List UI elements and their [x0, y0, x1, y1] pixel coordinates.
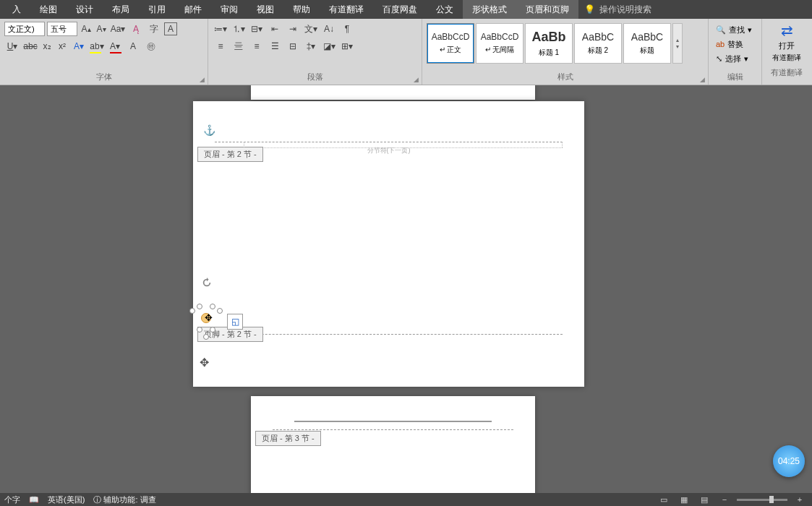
menu-baidu[interactable]: 百度网盘 — [373, 0, 427, 19]
menu-layout[interactable]: 布局 — [103, 0, 139, 19]
menu-gongwen[interactable]: 公文 — [427, 0, 463, 19]
bullets-button[interactable]: ≔▾ — [213, 22, 228, 36]
handle-s[interactable] — [203, 334, 209, 340]
underline-button[interactable]: U▾ — [4, 39, 20, 53]
line-spacing-button[interactable]: ‡▾ — [303, 39, 319, 53]
accessibility-status[interactable]: ⓘ 辅助功能: 调查 — [93, 494, 155, 505]
font-name-combo[interactable]: 文正文) — [4, 22, 45, 36]
clear-format-button[interactable]: Ą — [128, 22, 144, 36]
replace-icon: ab — [716, 40, 725, 48]
font-color-button[interactable]: A▾ — [107, 39, 123, 53]
menu-shape-format[interactable]: 形状格式 — [463, 0, 516, 19]
char-border-button[interactable]: A — [164, 22, 177, 35]
header-tag-3: 页眉 - 第 3 节 - — [255, 431, 321, 446]
select-button[interactable]: ⤡ 选择▾ — [716, 52, 752, 65]
show-marks-button[interactable]: ¶ — [339, 22, 355, 36]
spellcheck-icon[interactable]: 📖 — [29, 495, 39, 505]
menu-bar: 入 绘图 设计 布局 引用 邮件 审阅 视图 帮助 有道翻译 百度网盘 公文 形… — [0, 0, 812, 19]
menu-header-footer[interactable]: 页眉和页脚 — [516, 0, 578, 19]
enclose-char-button[interactable]: ㊕ — [143, 39, 159, 53]
superscript-button[interactable]: x² — [56, 39, 69, 53]
handle-nw[interactable] — [197, 304, 202, 309]
shrink-font-button[interactable]: A▾ — [95, 22, 108, 36]
style-normal[interactable]: AaBbCcD ↵ 正文 — [427, 23, 474, 64]
align-center-button[interactable]: 亖 — [231, 39, 247, 53]
strikethrough-button[interactable]: abc — [22, 39, 38, 53]
bulb-icon: 💡 — [584, 4, 595, 14]
page-3[interactable]: 页眉 - 第 3 节 - — [251, 396, 535, 493]
style-nospacing[interactable]: AaBbCcD ↵ 无间隔 — [476, 23, 523, 64]
find-button[interactable]: 🔍 查找▾ — [716, 23, 752, 36]
align-right-button[interactable]: ≡ — [249, 39, 265, 53]
menu-design[interactable]: 设计 — [67, 0, 103, 19]
selected-shape[interactable]: ✥ ◱ ✥ — [191, 285, 221, 338]
move-cursor-icon: ✥ — [205, 312, 213, 323]
tell-me-search[interactable]: 💡 操作说明搜索 — [584, 4, 651, 16]
borders-button[interactable]: ⊞▾ — [339, 39, 355, 53]
zoom-in-button[interactable]: + — [792, 494, 808, 505]
shading-button[interactable]: ◪▾ — [321, 39, 337, 53]
font-size-combo[interactable]: 五号 — [47, 22, 77, 36]
language-status[interactable]: 英语(美国) — [48, 494, 85, 505]
four-arrow-icon: ✥ — [200, 356, 209, 369]
menu-insert[interactable]: 入 — [3, 0, 30, 19]
page-2[interactable]: ⚓ 分节符(下一页) 页眉 - 第 2 节 - 页脚 - 第 2 节 - — [193, 101, 584, 387]
menu-review[interactable]: 审阅 — [211, 0, 247, 19]
web-layout-button[interactable]: ▤ — [696, 494, 712, 505]
word-count[interactable]: 个字 — [4, 494, 20, 505]
sort-button[interactable]: A↓ — [321, 22, 337, 36]
handle-ne[interactable] — [210, 304, 215, 309]
styles-dialog-launcher[interactable]: ◢ — [700, 76, 705, 83]
handle-e[interactable] — [217, 308, 223, 314]
styles-gallery[interactable]: AaBbCcD ↵ 正文 AaBbCcD ↵ 无间隔 AaBb 标题 1 AaB… — [425, 22, 684, 65]
decrease-indent-button[interactable]: ⇤ — [267, 22, 283, 36]
handle-sw[interactable] — [197, 327, 202, 333]
grow-font-button[interactable]: A▴ — [80, 22, 93, 36]
handle-se[interactable] — [210, 327, 215, 333]
menu-mailings[interactable]: 邮件 — [175, 0, 211, 19]
style-heading1[interactable]: AaBb 标题 1 — [525, 23, 573, 64]
increase-indent-button[interactable]: ⇥ — [285, 22, 301, 36]
multilevel-button[interactable]: ⊟▾ — [249, 22, 265, 36]
menu-help[interactable]: 帮助 — [283, 0, 320, 19]
handle-w[interactable] — [189, 308, 195, 314]
zoom-out-button[interactable]: − — [717, 494, 732, 505]
text-direction-button[interactable]: 文▾ — [303, 22, 319, 36]
char-shading-button[interactable]: A — [125, 39, 141, 53]
style-title[interactable]: AaBbC 标题 — [623, 23, 671, 64]
font-group: 文正文) 五号 A▴ A▾ Aa▾ Ą 字 A U▾ abc x₂ x² A▾ … — [0, 19, 208, 85]
rotate-handle[interactable] — [202, 278, 212, 288]
align-left-button[interactable]: ≡ — [213, 39, 228, 53]
phonetic-guide-button[interactable]: 字 — [146, 22, 162, 36]
zoom-thumb[interactable] — [769, 496, 774, 503]
header-boundary — [215, 142, 563, 142]
page-1-bottom — [251, 85, 535, 100]
document-area[interactable]: ⚓ 分节符(下一页) 页眉 - 第 2 节 - 页脚 - 第 2 节 - ✥ ◱… — [0, 85, 812, 493]
section-break-line — [244, 147, 563, 148]
layout-options-button[interactable]: ◱ — [227, 314, 243, 330]
replace-button[interactable]: ab 替换 — [716, 38, 752, 51]
numbering-button[interactable]: ⒈▾ — [231, 22, 247, 36]
translate-icon[interactable]: ⇄ — [781, 22, 793, 39]
font-dialog-launcher[interactable]: ◢ — [200, 76, 205, 83]
menu-draw[interactable]: 绘图 — [30, 0, 67, 19]
text-effects-button[interactable]: A▾ — [71, 39, 87, 53]
distributed-button[interactable]: ⊟ — [285, 39, 301, 53]
subscript-button[interactable]: x₂ — [40, 39, 54, 53]
styles-more-button[interactable]: ▴▾ — [672, 23, 683, 64]
highlight-button[interactable]: ab▾ — [89, 39, 105, 53]
translate-group-label: 有道翻译 — [762, 66, 811, 80]
change-case-button[interactable]: Aa▾ — [110, 22, 126, 36]
header-content-line — [294, 421, 492, 422]
menu-references[interactable]: 引用 — [139, 0, 175, 19]
paragraph-dialog-launcher[interactable]: ◢ — [414, 76, 419, 83]
print-layout-button[interactable]: ▦ — [676, 494, 692, 505]
read-mode-button[interactable]: ▭ — [656, 494, 672, 505]
menu-youdao[interactable]: 有道翻译 — [320, 0, 373, 19]
editing-group: 🔍 查找▾ ab 替换 ⤡ 选择▾ 编辑 — [709, 19, 762, 85]
translate-open-button[interactable]: 打开 — [779, 40, 795, 51]
zoom-slider[interactable] — [737, 499, 787, 501]
justify-button[interactable]: ☰ — [267, 39, 283, 53]
menu-view[interactable]: 视图 — [247, 0, 283, 19]
style-heading2[interactable]: AaBbC 标题 2 — [574, 23, 622, 64]
